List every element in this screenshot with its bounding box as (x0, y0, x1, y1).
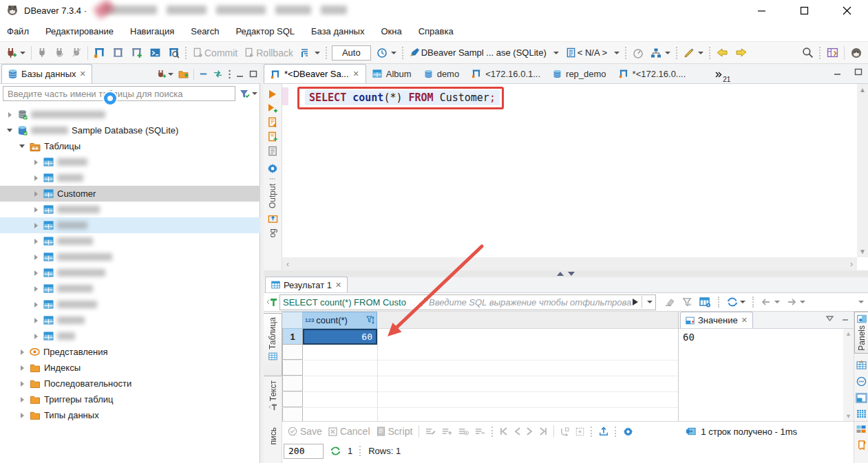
dashboard-button[interactable] (631, 46, 645, 60)
tree-item-customer[interactable]: Customer (0, 186, 260, 202)
navigator-new-connection-button[interactable] (156, 69, 173, 79)
tab-panels[interactable]: Panels (854, 312, 868, 354)
collapse-all-button[interactable] (199, 69, 208, 78)
tab-databases[interactable]: Базы данных ✕ (1, 64, 92, 83)
open-sql-editor-button[interactable] (111, 45, 125, 60)
new-sql-editor-button[interactable] (92, 45, 107, 60)
results-settings-gear-icon[interactable] (623, 427, 633, 437)
grid-empty-row[interactable] (282, 392, 678, 408)
tab-grid-presentation[interactable]: Таблица (264, 313, 282, 376)
panel-aggregate-icon[interactable] (856, 409, 867, 418)
export-results-icon[interactable] (599, 427, 608, 436)
rollback-button[interactable]: Rollback (243, 46, 295, 60)
network-button[interactable] (649, 46, 672, 60)
menu-database[interactable]: База данных (311, 26, 364, 36)
grid-empty-row[interactable] (282, 345, 678, 360)
close-icon[interactable]: ✕ (741, 316, 748, 325)
refresh-results-button[interactable] (727, 297, 745, 308)
execute-statement-button[interactable] (268, 89, 277, 99)
close-icon[interactable]: ✕ (335, 281, 341, 290)
tab-record-presentation[interactable]: пись (264, 427, 282, 463)
filter-settings-icon[interactable] (239, 89, 257, 99)
active-schema-combo[interactable]: < N/A > (564, 46, 621, 59)
tree-item-blurred-table[interactable] (0, 312, 260, 328)
explain-plan-button[interactable] (268, 146, 278, 156)
value-panel-menu-icon[interactable] (826, 316, 834, 321)
editor-horizontal-scrollbar[interactable]: ‹› (282, 257, 857, 270)
menu-navigate[interactable]: Навигация (130, 26, 174, 36)
tab-sql-editor-dbeaver[interactable]: *<DBeaver Sa... ✕ (264, 64, 366, 83)
execute-new-tab-button[interactable] (268, 103, 278, 113)
tab-demo[interactable]: demo (418, 64, 466, 83)
column-header-count[interactable]: 123 count(*) (303, 312, 377, 329)
maximize-panel-button[interactable] (249, 70, 257, 78)
fetch-all-icon[interactable] (575, 427, 584, 436)
tab-text-presentation[interactable]: Текст (264, 380, 282, 423)
panel-value-viewer-icon[interactable] (856, 394, 867, 402)
menu-sql-editor[interactable]: Редактор SQL (235, 26, 295, 36)
refresh-fetch-icon[interactable] (330, 446, 341, 456)
tab-sql-editor-172-1[interactable]: <172.16.0.1... (465, 64, 547, 83)
forward-button[interactable] (734, 46, 748, 59)
transaction-history-button[interactable] (375, 46, 398, 60)
menu-file[interactable]: Файл (7, 26, 29, 36)
edit-cell-icon[interactable] (425, 427, 436, 435)
value-panel-scrollbar[interactable]: ▲▼ (843, 329, 854, 421)
grid-empty-row[interactable] (282, 376, 678, 392)
tab-album[interactable]: Album (366, 64, 418, 83)
tree-folder-triggers[interactable]: Триггеры таблиц (0, 391, 260, 407)
tree-item-blurred-table[interactable] (0, 217, 260, 233)
execute-script-new-tab-button[interactable] (268, 131, 278, 142)
tree-folder-datatypes[interactable]: Типы данных (0, 407, 260, 423)
fetch-page-icon[interactable] (560, 427, 569, 436)
results-menu-dropdown[interactable] (858, 301, 864, 303)
tree-item-blurred-table[interactable] (0, 281, 260, 297)
autocommit-combo[interactable]: Auto (332, 45, 371, 61)
tree-item-blurred-table[interactable] (0, 202, 260, 217)
selected-cell-count-value[interactable]: 60 (303, 329, 377, 345)
connect-button[interactable] (36, 46, 49, 59)
execute-script-button[interactable] (268, 117, 278, 127)
tree-item-blurred-table[interactable] (0, 249, 260, 265)
tab-log[interactable]: og (268, 226, 277, 240)
window-minimize-button[interactable] (740, 0, 783, 21)
back-button[interactable] (715, 46, 730, 59)
panel-references-icon[interactable] (856, 376, 867, 387)
clear-filter-icon[interactable] (664, 297, 675, 307)
expand-filter-icon[interactable] (418, 298, 429, 306)
fetch-next-page-button[interactable] (787, 298, 805, 306)
tree-folder-sequences[interactable]: Последовательности (0, 376, 260, 391)
menu-edit[interactable]: Редактирование (45, 26, 114, 36)
menu-window[interactable]: Окна (381, 26, 401, 36)
tab-output[interactable]: Output (268, 181, 277, 211)
tree-item-blurred-table[interactable] (0, 170, 260, 186)
window-maximize-button[interactable] (783, 0, 825, 21)
new-folder-button[interactable] (178, 69, 189, 78)
grid-settings-icon[interactable] (699, 297, 711, 308)
tree-folder-tables[interactable]: Таблицы (0, 138, 260, 154)
save-button[interactable]: Save (288, 426, 322, 437)
perspective-editor-icon[interactable] (825, 45, 840, 60)
sql-settings-gear-icon[interactable] (267, 163, 278, 174)
table-search-input[interactable] (3, 86, 235, 101)
panel-metadata-icon[interactable] (856, 360, 867, 369)
disconnect-button[interactable] (70, 46, 83, 59)
filter-expression-input[interactable] (429, 295, 632, 309)
add-row-icon[interactable] (442, 427, 452, 435)
tab-overflow-chevron[interactable]: 21 (715, 69, 730, 83)
script-button[interactable]: Script (377, 426, 413, 437)
tree-folder-views[interactable]: Представления (0, 344, 260, 360)
commit-button[interactable]: Commit (191, 46, 239, 60)
open-declaration-icon[interactable] (268, 213, 278, 224)
filter-history-dropdown[interactable] (647, 301, 653, 303)
grid-empty-row[interactable] (282, 360, 678, 376)
close-icon[interactable]: ✕ (353, 69, 359, 78)
perspective-dbeaver-icon[interactable] (849, 45, 864, 61)
delete-row-icon[interactable] (475, 427, 485, 435)
tree-item-blurred-table[interactable] (0, 265, 260, 281)
grid-empty-row[interactable] (282, 408, 678, 421)
editor-maximize-button[interactable] (854, 68, 862, 76)
tree-item-blurred-connection[interactable] (0, 107, 260, 122)
close-icon[interactable]: ✕ (80, 69, 86, 78)
last-row-icon[interactable] (539, 427, 547, 435)
